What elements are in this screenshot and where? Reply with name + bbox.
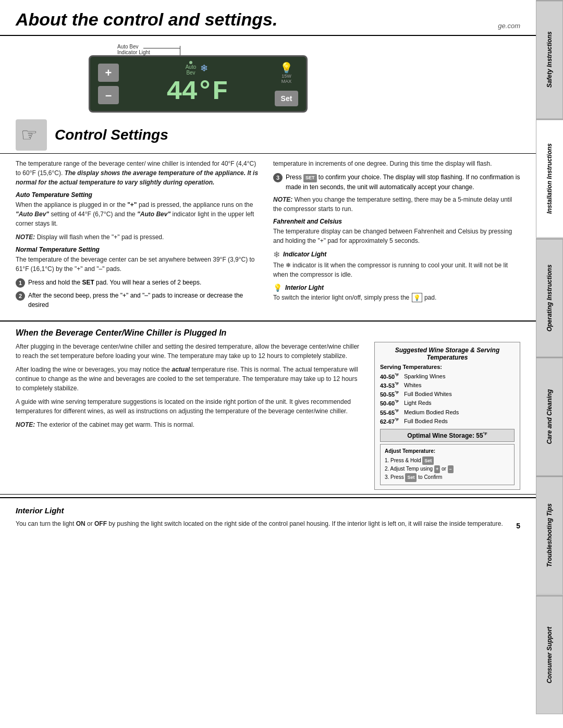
sidebar-tab-care[interactable]: Care and Cleaning bbox=[536, 357, 563, 476]
control-settings-header: ☞ Control Settings bbox=[0, 115, 536, 154]
adjust-step-2: 2. Adjust Temp using + or – bbox=[385, 465, 510, 473]
page-number: 5 bbox=[516, 505, 520, 533]
wine-row-1: 43-53°F Whites bbox=[380, 381, 515, 390]
sidebar-tab-consumer[interactable]: Consumer Support bbox=[536, 595, 563, 714]
interior-light-title: Interior Light bbox=[16, 505, 506, 517]
plugged-text-3: A guide with wine serving temperature su… bbox=[16, 397, 364, 416]
auto-temp-heading: Auto Temperature Setting bbox=[16, 191, 263, 199]
light-pad-icon: 💡 bbox=[412, 293, 422, 303]
auto-temp-note: NOTE: Display will flash when the "+" pa… bbox=[16, 232, 263, 242]
plugged-text-1: After plugging in the beverage center/wi… bbox=[16, 342, 364, 361]
right-intro-text: temperature in increments of one degree.… bbox=[273, 159, 520, 168]
interior-light-text: To switch the interior light on/off, sim… bbox=[273, 293, 520, 303]
minus-btn-label: – bbox=[448, 465, 454, 473]
lcd-center: AutoBev ❄ 44°F bbox=[166, 61, 227, 107]
indicator-light-heading: Indicator Light bbox=[283, 251, 326, 258]
temperature-display: 44°F bbox=[166, 77, 227, 107]
optimal-bar: Optimal Wine Storage: 55°F bbox=[380, 429, 515, 442]
main-content: About the control and settings. ge.com A… bbox=[0, 0, 536, 540]
step-3-number: 3 bbox=[273, 173, 283, 182]
wine-name-0: Sparkling Wines bbox=[404, 372, 445, 381]
step-2-text: After the second beep, press the "+" and… bbox=[28, 291, 263, 310]
when-plugged-title: When the Beverage Center/Wine Chiller is… bbox=[16, 328, 520, 338]
when-plugged-content: After plugging in the beverage center/wi… bbox=[16, 342, 520, 490]
light-watt-label: 15WMAX bbox=[282, 74, 292, 84]
set-button[interactable]: Set bbox=[275, 91, 298, 106]
right-column: temperature in increments of one degree.… bbox=[273, 159, 520, 313]
set-label-1: Set bbox=[422, 456, 434, 465]
indicator-light-icon: ❄ bbox=[273, 250, 280, 260]
fahrenheit-text: The temperature display can be changed b… bbox=[273, 227, 520, 245]
wine-temp-4: 55-65°F bbox=[380, 408, 401, 417]
svg-text:☞: ☞ bbox=[21, 124, 38, 145]
adjust-title: Adjust Temperature: bbox=[385, 447, 510, 455]
step-1: 1 Press and hold the SET pad. You will h… bbox=[16, 278, 263, 288]
display-section: Auto Bev Indicator Light + – AutoBev ❄ bbox=[0, 36, 536, 115]
wine-row-2: 50-55°F Full Bodied Whites bbox=[380, 390, 515, 399]
when-plugged-left: After plugging in the beverage center/wi… bbox=[16, 342, 364, 490]
step-3-text: Press SET to confirm your choice. The di… bbox=[286, 172, 520, 192]
auto-temp-text: When the appliance is plugged in or the … bbox=[16, 200, 263, 228]
adjust-temp-box: Adjust Temperature: 1. Press & Hold Set … bbox=[380, 444, 515, 485]
normal-temp-heading: Normal Temperature Setting bbox=[16, 246, 263, 253]
step-1-number: 1 bbox=[16, 278, 25, 288]
plus-btn-label: + bbox=[434, 465, 440, 473]
interior-light-icon-small: 💡 bbox=[273, 283, 282, 292]
note-delay: NOTE: When you change the temperature se… bbox=[273, 195, 520, 214]
sidebar-tab-installation[interactable]: Installation Instructions bbox=[536, 119, 563, 238]
indicator-light-label: Indicator Light bbox=[117, 50, 150, 55]
step-2: 2 After the second beep, press the "+" a… bbox=[16, 291, 263, 310]
right-sidebar: Safety Instructions Installation Instruc… bbox=[536, 0, 563, 714]
when-plugged-right: Suggested Wine Storage & Serving Tempera… bbox=[374, 342, 520, 490]
fahrenheit-heading: Fahrenheit and Celsius bbox=[273, 218, 520, 225]
auto-bev-label: Auto Bev bbox=[117, 44, 139, 50]
hand-icon: ☞ bbox=[16, 119, 47, 151]
wine-storage-box: Suggested Wine Storage & Serving Tempera… bbox=[374, 342, 520, 490]
wine-temp-1: 43-53°F bbox=[380, 381, 401, 390]
light-icon-area: 💡 15WMAX bbox=[280, 61, 293, 84]
serving-header: Serving Temperatures: bbox=[380, 364, 515, 370]
wine-row-5: 62-67°F Full Bodied Reds bbox=[380, 417, 515, 426]
adjust-step-1: 1. Press & Hold Set bbox=[385, 456, 510, 465]
interior-light-section: Interior Light You can turn the light ON… bbox=[0, 501, 536, 541]
page-header: About the control and settings. ge.com bbox=[0, 0, 536, 36]
wine-temp-3: 50-60°F bbox=[380, 399, 401, 408]
wine-row-3: 50-60°F Light Reds bbox=[380, 399, 515, 408]
bulb-icon: 💡 bbox=[280, 61, 293, 74]
lcd-display: + – AutoBev ❄ 44°F 💡 15WMAX Set bbox=[89, 55, 308, 113]
indicator-light-text: The ❄ indicator is lit when the compress… bbox=[273, 261, 520, 279]
intro-text: The temperature range of the beverage ce… bbox=[16, 159, 263, 187]
wine-storage-title: Suggested Wine Storage & Serving Tempera… bbox=[380, 347, 515, 361]
step-1-text: Press and hold the SET pad. You will hea… bbox=[28, 278, 201, 288]
wine-temp-5: 62-67°F bbox=[380, 417, 401, 426]
wine-name-1: Whites bbox=[404, 381, 422, 390]
two-col-content: The temperature range of the beverage ce… bbox=[0, 154, 536, 318]
lcd-right: 💡 15WMAX Set bbox=[275, 61, 298, 106]
section-divider-1 bbox=[0, 320, 536, 322]
sidebar-tab-safety[interactable]: Safety Instructions bbox=[536, 0, 563, 119]
ge-website: ge.com bbox=[498, 22, 520, 30]
minus-button[interactable]: – bbox=[98, 86, 119, 104]
interior-light-body: You can turn the light ON or OFF by push… bbox=[16, 519, 506, 528]
when-plugged-section: When the Beverage Center/Wine Chiller is… bbox=[0, 324, 536, 495]
sidebar-tab-troubleshooting[interactable]: Troubleshooting Tips bbox=[536, 476, 563, 595]
wine-temp-0: 40-50°F bbox=[380, 372, 401, 381]
sidebar-tab-operating[interactable]: Operating Instructions bbox=[536, 238, 563, 357]
step-2-number: 2 bbox=[16, 291, 25, 301]
adjust-step-3: 3. Press Set to Confirm bbox=[385, 473, 510, 482]
auto-bev-display-label: AutoBev bbox=[186, 64, 197, 76]
wine-table: Serving Temperatures: 40-50°F Sparkling … bbox=[380, 364, 515, 426]
interior-light-content: Interior Light You can turn the light ON… bbox=[16, 505, 506, 533]
wine-row-4: 55-65°F Medium Bodied Reds bbox=[380, 408, 515, 417]
step-3: 3 Press SET to confirm your choice. The … bbox=[273, 172, 520, 192]
plugged-note: NOTE: The exterior of the cabinet may ge… bbox=[16, 420, 364, 429]
wine-temp-2: 50-55°F bbox=[380, 390, 401, 399]
control-settings-title: Control Settings bbox=[55, 127, 168, 143]
page-title: About the control and settings. bbox=[16, 9, 277, 30]
snowflake-icon: ❄ bbox=[200, 63, 208, 74]
wine-name-5: Full Bodied Reds bbox=[404, 417, 448, 426]
plus-button[interactable]: + bbox=[98, 64, 119, 82]
interior-light-heading-small: Interior Light bbox=[285, 284, 324, 291]
wine-name-2: Full Bodied Whites bbox=[404, 390, 452, 399]
wine-row-0: 40-50°F Sparkling Wines bbox=[380, 372, 515, 381]
